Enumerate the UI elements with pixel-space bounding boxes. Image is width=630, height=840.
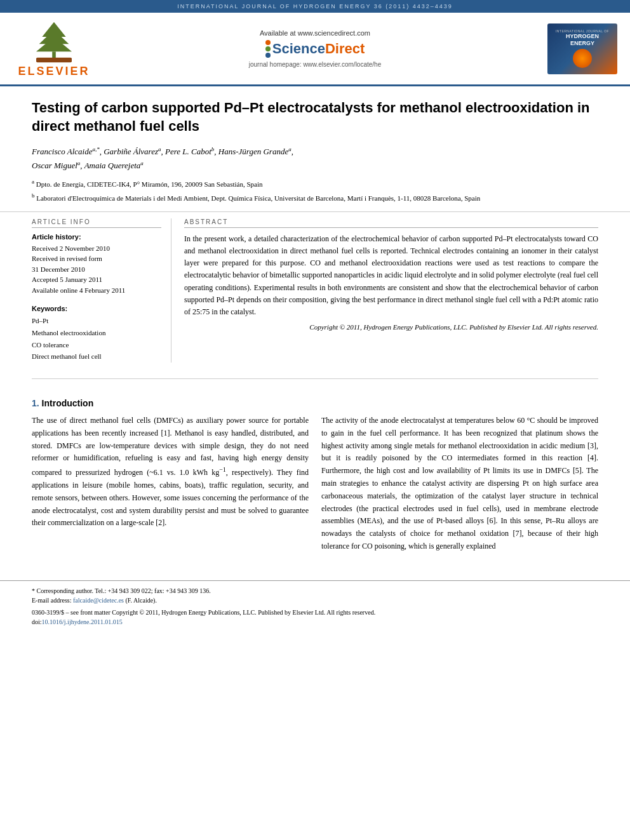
doi-text: doi: [32,618,42,625]
sd-dots-icon [265,40,271,58]
article-info-column: ARTICLE INFO Article history: Received 2… [32,218,171,363]
journal-top-bar: INTERNATIONAL JOURNAL OF HYDROGEN ENERGY… [0,0,630,13]
science-text: Science [272,41,325,57]
available-at-text: Available at www.sciencedirect.com [95,29,535,37]
he-circle-icon [573,49,592,68]
hydrogen-energy-logo: INTERNATIONAL JOURNAL OF HYDROGENENERGY [535,23,617,74]
dot-orange [265,40,271,45]
sciencedirect-logo: ScienceDirect [95,40,535,58]
divider [32,378,598,379]
received-date: Received 2 November 2010 [32,243,161,254]
journal-citation: INTERNATIONAL JOURNAL OF HYDROGEN ENERGY… [177,3,453,10]
abstract-column: ABSTRACT In the present work, a detailed… [184,218,598,363]
keyword-2: Methanol electrooxidation [32,327,161,339]
keyword-3: CO tolerance [32,339,161,351]
affiliations: a Dpto. de Energía, CIDETEC-IK4, P° Mira… [32,178,598,203]
affil-b-text: Laboratori d'Electroquímica de Materials… [36,194,480,201]
corresponding-label: * Corresponding author. Tel.: +34 943 30… [32,587,211,594]
he-title-text: HYDROGENENERGY [566,33,599,47]
issn-text: 0360-3199/$ – see front matter Copyright… [32,609,375,616]
section1-title: 1. Introduction [32,398,598,408]
article-title-section: Testing of carbon supported Pd–Pt electr… [0,86,630,212]
keywords-list: Pd–Pt Methanol electrooxidation CO toler… [32,315,161,363]
journal-homepage-text: journal homepage: www.elsevier.com/locat… [95,61,535,68]
email-who: (F. Alcaide). [124,597,157,604]
intro-left-para: The use of direct methanol fuel cells (D… [32,415,309,530]
article-info-abstract-section: ARTICLE INFO Article history: Received 2… [0,212,630,369]
revised-date: Received in revised form31 December 2010 [32,253,161,274]
section1-text: Introduction [42,398,94,408]
history-dates: Received 2 November 2010 Received in rev… [32,243,161,296]
sup-a3: a [288,146,292,152]
main-content: 1. Introduction The use of direct methan… [0,382,630,568]
email-label: E-mail address: [32,597,73,604]
center-header: Available at www.sciencedirect.com Scien… [95,29,535,68]
affil-sup-a: a [32,178,34,185]
online-date: Available online 4 February 2011 [32,285,161,296]
intro-right-para: The activity of the anode electrocatalys… [321,415,598,553]
history-label: Article history: [32,233,161,241]
he-logo-box: INTERNATIONAL JOURNAL OF HYDROGENENERGY [547,23,617,74]
sup-a5: a [140,160,144,166]
author-hans: Hans-Jürgen Grande [218,147,288,157]
abstract-heading: ABSTRACT [184,218,598,228]
abstract-body: In the present work, a detailed characte… [184,233,598,318]
author-garbine: Garbiñe Álvarez [104,147,158,157]
footnote-section: * Corresponding author. Tel.: +34 943 30… [0,580,630,633]
intro-right-col: The activity of the anode electrocatalys… [321,415,598,558]
sup-a2: a [158,146,161,152]
accepted-date: Accepted 5 January 2011 [32,274,161,285]
keyword-4: Direct methanol fuel cell [32,350,161,363]
sup-a4: a [77,160,81,166]
email-link[interactable]: falcaide@cidetec.es [73,597,124,604]
dot-green [265,46,271,51]
author-francisco: Francisco Alcaide [32,147,92,157]
affil-sup-b: b [32,192,35,199]
authors-line: Francisco Alcaidea,*, Garbiñe Álvareza, … [32,145,598,173]
elsevier-logo: ELSEVIER [13,19,95,78]
elsevier-wordmark: ELSEVIER [18,65,90,78]
author-pere: Pere L. Cabot [165,147,211,157]
intro-left-col: The use of direct methanol fuel cells (D… [32,415,309,558]
author-amaia: Amaia Querejeta [84,161,141,171]
article-title: Testing of carbon supported Pd–Pt electr… [32,99,598,135]
sup-b: b [211,146,215,152]
section1-number: 1. [32,398,39,408]
affiliation-b: b Laboratori d'Electroquímica de Materia… [32,192,598,203]
author-oscar: Oscar Miguel [32,161,77,171]
elsevier-tree-icon [22,19,86,63]
dot-blue [265,53,271,58]
keywords-label: Keywords: [32,305,161,312]
doi-link[interactable]: 10.1016/j.ijhydene.2011.01.015 [42,618,123,625]
svg-marker-3 [36,37,72,51]
direct-text: Direct [325,41,365,57]
svg-rect-4 [36,58,72,62]
page-header: ELSEVIER Available at www.sciencedirect.… [0,13,630,86]
issn-line: 0360-3199/$ – see front matter Copyright… [32,608,598,627]
sup-a1: a,* [92,146,99,152]
affil-a-text: Dpto. de Energía, CIDETEC-IK4, P° Miramó… [36,180,263,188]
copyright-text: Copyright © 2011, Hydrogen Energy Public… [184,323,598,331]
intro-two-col: The use of direct methanol fuel cells (D… [32,415,598,558]
sciencedirect-wordmark: ScienceDirect [272,41,365,57]
keyword-1: Pd–Pt [32,315,161,327]
corresponding-footnote: * Corresponding author. Tel.: +34 943 30… [32,586,598,605]
article-info-heading: ARTICLE INFO [32,218,161,228]
affiliation-a: a Dpto. de Energía, CIDETEC-IK4, P° Mira… [32,178,598,189]
